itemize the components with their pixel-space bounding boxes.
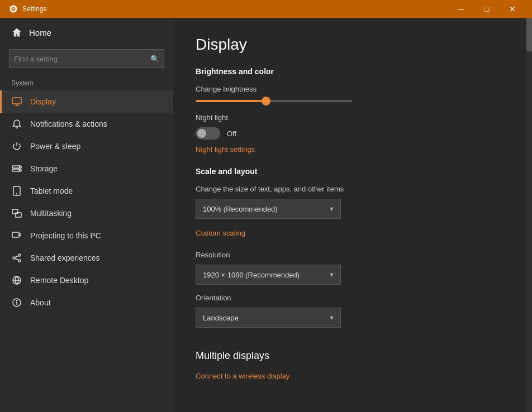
sidebar-item-display-label: Display [30,97,56,106]
scrollbar-thumb[interactable] [526,18,532,51]
svg-line-18 [15,258,18,260]
svg-line-17 [15,256,18,257]
search-box[interactable]: 🔍 [9,49,164,68]
scale-dropdown[interactable]: 100% (Recommended) ▼ [196,199,341,219]
remote-icon [11,275,22,286]
sidebar-item-storage[interactable]: Storage [0,157,173,180]
brightness-label: Change brightness [196,85,510,93]
scale-dropdown-value: 100% (Recommended) [203,205,278,213]
close-button[interactable]: ✕ [500,0,525,18]
svg-rect-0 [12,98,21,104]
window-title: Settings [22,5,46,13]
resolution-dropdown-arrow: ▼ [329,271,335,278]
minimize-button[interactable]: ─ [448,0,474,18]
svg-rect-9 [12,209,18,214]
sidebar: Home 🔍 System Display [0,18,173,412]
scale-setting-label: Change the size of text, apps, and other… [196,185,510,193]
sidebar-item-notifications[interactable]: Notifications & actions [0,113,173,135]
power-icon [11,141,22,152]
resolution-dropdown[interactable]: 1920 × 1080 (Recommended) ▼ [196,265,341,285]
content-area: Display Brightness and color Change brig… [173,18,532,412]
maximize-button[interactable]: □ [474,0,500,18]
sidebar-item-tablet-label: Tablet mode [30,186,73,195]
scrollbar-track[interactable] [526,18,532,412]
page-title: Display [196,36,510,54]
brightness-slider-container [196,100,510,102]
scale-layout-section: Scale and layout Change the size of text… [196,167,510,328]
svg-point-15 [13,257,15,259]
home-button[interactable]: Home [0,18,173,47]
custom-scaling-link[interactable]: Custom scaling [196,229,245,237]
section-divider [196,337,510,350]
settings-window-icon [9,4,18,13]
night-light-settings-link[interactable]: Night light settings [196,145,255,154]
app-body: Home 🔍 System Display [0,18,532,412]
orientation-label: Orientation [196,294,510,302]
sidebar-item-projecting-label: Projecting to this PC [30,231,101,240]
brightness-section-title: Brightness and color [196,67,510,76]
title-bar-left: Settings [9,4,46,13]
svg-rect-11 [12,232,19,237]
svg-point-23 [16,300,17,301]
svg-point-16 [18,260,21,262]
night-light-state: Off [227,130,236,138]
tablet-icon [11,185,22,197]
brightness-color-section: Brightness and color Change brightness N… [196,67,510,167]
sidebar-item-storage-label: Storage [30,164,58,173]
sidebar-item-notifications-label: Notifications & actions [30,119,107,128]
svg-point-14 [18,254,21,256]
sidebar-item-shared-label: Shared experiences [30,253,100,262]
resolution-label: Resolution [196,251,510,259]
orientation-dropdown-value: Landscape [203,314,239,322]
sidebar-item-about[interactable]: About [0,291,173,314]
storage-icon [11,163,22,174]
window-controls: ─ □ ✕ [448,0,525,18]
home-icon [11,27,22,38]
orientation-dropdown-arrow: ▼ [329,314,335,321]
svg-rect-10 [16,213,21,217]
sidebar-item-multitasking[interactable]: Multitasking [0,202,173,224]
brightness-slider-track [196,100,352,102]
search-icon: 🔍 [150,55,159,63]
home-label: Home [29,28,51,37]
sidebar-item-remote[interactable]: Remote Desktop [0,269,173,291]
toggle-knob [197,129,206,138]
sidebar-item-power-label: Power & sleep [30,142,80,151]
multitasking-icon [11,208,22,219]
sidebar-item-remote-label: Remote Desktop [30,276,88,285]
multiple-displays-section: Multiple displays Connect to a wireless … [196,350,510,394]
scale-section-title: Scale and layout [196,167,510,176]
multiple-displays-title: Multiple displays [196,350,510,362]
svg-point-5 [19,166,20,167]
sidebar-item-power[interactable]: Power & sleep [0,135,173,157]
sidebar-item-projecting[interactable]: Projecting to this PC [0,224,173,247]
night-light-toggle-row: Off [196,127,510,140]
night-light-toggle[interactable] [196,127,220,140]
sidebar-item-shared[interactable]: Shared experiences [0,247,173,269]
notifications-icon [11,118,22,130]
brightness-slider-thumb[interactable] [262,97,270,106]
orientation-dropdown[interactable]: Landscape ▼ [196,308,341,328]
sidebar-item-tablet[interactable]: Tablet mode [0,180,173,202]
display-icon [11,96,22,107]
shared-icon [11,252,22,264]
sidebar-item-multitasking-label: Multitasking [30,209,72,218]
svg-point-6 [19,170,20,171]
resolution-dropdown-value: 1920 × 1080 (Recommended) [203,271,300,279]
projecting-icon [11,230,22,241]
night-light-label: Night light [196,113,510,122]
title-bar: Settings ─ □ ✕ [0,0,532,18]
about-icon [11,297,22,308]
brightness-slider-fill [196,100,266,102]
sidebar-item-display[interactable]: Display [0,90,173,113]
scale-dropdown-arrow: ▼ [329,205,335,212]
connect-wireless-link[interactable]: Connect to a wireless display [196,372,289,380]
sidebar-item-about-label: About [30,298,51,307]
search-input[interactable] [14,55,150,63]
system-section-label: System [0,75,173,90]
